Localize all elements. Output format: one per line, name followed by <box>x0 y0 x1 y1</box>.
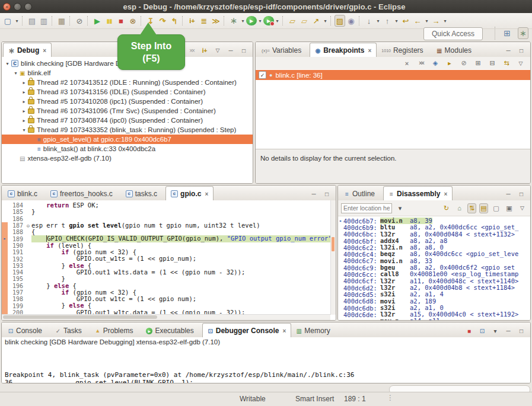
expander-icon[interactable]: ▸ <box>21 89 27 95</box>
code-line[interactable]: 186 <box>2 216 336 222</box>
close-tab-icon[interactable]: × <box>444 191 447 197</box>
link-with-debug-icon[interactable]: ⇆ <box>502 59 511 68</box>
maximize-view-icon[interactable]: □ <box>517 46 525 55</box>
trace-icon[interactable]: ≫ <box>210 15 222 27</box>
sync-with-pc-icon[interactable]: ⇅ <box>467 203 476 213</box>
expander-icon[interactable]: ▸ <box>21 80 27 85</box>
open-perspective-icon[interactable]: ⊞ <box>501 27 513 39</box>
code-line[interactable]: 195 } <box>2 276 336 282</box>
instruction-pointer-icon[interactable] <box>2 269 8 276</box>
minimize-view-icon[interactable]: ─ <box>504 190 512 198</box>
debug-tree-item[interactable]: ▾ Thread #9 1073433352 (blink_task : Run… <box>2 125 253 135</box>
expander-icon[interactable]: ▾ <box>21 127 27 133</box>
refresh-view-icon[interactable]: ↻ <box>441 203 451 213</box>
instruction-pointer-icon[interactable] <box>2 202 8 209</box>
code-text[interactable]: GPIO_CHECK(GPIO_IS_VALID_OUTPUT_GPIO(gpi… <box>31 235 336 242</box>
code-text[interactable]: } else { <box>31 263 336 269</box>
close-window-button[interactable]: × <box>3 3 11 11</box>
line-number[interactable]: 195 <box>8 276 25 282</box>
maximize-view-icon[interactable]: □ <box>323 190 331 198</box>
line-number[interactable]: 188 <box>8 229 25 235</box>
close-tab-icon[interactable]: × <box>368 47 372 54</box>
disassembly-row[interactable]: 400dc6cf: l32ra11, 0x400d048c <_stext+11… <box>338 278 530 284</box>
dropdown-arrow-icon[interactable]: ▾ <box>442 15 448 27</box>
annotation-dot-icon[interactable]: ◉ <box>345 15 357 27</box>
debug-perspective-icon[interactable]: ∗ <box>518 27 528 39</box>
open-folder-icon[interactable]: ▱ <box>286 15 298 27</box>
disassembly-row[interactable]: 400dc6bf: addx4a8, a2, a8 <box>338 238 530 244</box>
remove-all-breakpoints-icon[interactable]: ×× <box>416 59 426 68</box>
line-number[interactable]: 194 <box>8 269 25 276</box>
disassembly-row[interactable]: 400dc6de: l32ra15, 0x400d04c0 <_stext+11… <box>338 311 530 318</box>
disassembly-row[interactable]: mov.na14, a11 <box>338 318 530 320</box>
step-return-icon[interactable]: ↰ <box>168 15 180 27</box>
code-line[interactable]: 196 } else { <box>2 283 336 289</box>
console-output[interactable]: Breakpoint 4, blink_task (pvParameter=0x… <box>2 348 530 383</box>
expand-all-icon[interactable]: ⊞ <box>473 59 483 68</box>
skip-all-breakpoints-icon[interactable]: ⊘ <box>74 15 85 27</box>
expander-icon[interactable]: ▸ <box>21 99 27 104</box>
view-menu-icon[interactable]: ▽ <box>214 46 222 55</box>
dropdown-arrow-icon[interactable]: ▾ <box>423 15 430 27</box>
tab-breakpoints[interactable]: ◉ Breakpoints × <box>310 43 377 57</box>
tab-gpio-c[interactable]: c gpio.c × <box>165 186 214 201</box>
tab-debugger-console[interactable]: ⊡ Debugger Console × <box>202 323 292 338</box>
disassembly-row[interactable]: 400dc6d2: l32ra2, 0x400d04b8 <_stext+118… <box>338 284 530 291</box>
instruction-pointer-icon[interactable]: ▸ <box>2 235 8 242</box>
save-all-icon[interactable]: ▥ <box>38 15 50 27</box>
code-line[interactable]: 191 if (gpio_num < 32) { <box>2 249 336 255</box>
disassembly-row[interactable]: 400dc6db: s32ia2, a1, 0 <box>338 305 530 311</box>
quick-access-box[interactable]: Quick Access <box>423 27 483 40</box>
instruction-pointer-icon[interactable] <box>2 249 8 255</box>
code-text[interactable]: GPIO.out1_w1ts.data = (1 << (gpio_num - … <box>31 269 336 276</box>
suspend-icon[interactable]: ▮▮ <box>103 15 115 27</box>
code-text[interactable] <box>31 216 336 222</box>
code-line[interactable]: 194 GPIO.out1_w1ts.data = (1 << (gpio_nu… <box>2 269 336 276</box>
view-menu-icon[interactable]: ▽ <box>517 203 527 213</box>
code-editor[interactable]: 184 return ESP_OK; 185 } 186 187 ⊖ esp_e… <box>2 200 336 320</box>
disassembly-listing[interactable]: ▸ 400dc6b7: movi.na8, 39 400dc6b9: bltua… <box>338 216 530 320</box>
change-marker[interactable] <box>332 237 335 251</box>
instruction-pointer-icon[interactable] <box>2 255 8 262</box>
close-tab-icon[interactable]: × <box>43 47 46 54</box>
tab-variables[interactable]: (x)= Variables <box>257 44 310 57</box>
expander-icon[interactable]: ▸ <box>21 118 27 123</box>
tab-modules[interactable]: ▦ Modules <box>432 44 480 57</box>
code-text[interactable]: if (gpio_num < 32) { <box>31 249 336 255</box>
disassembly-row[interactable]: 400dc6c2: l32i.na8, a8, 0 <box>338 244 530 251</box>
close-tab-icon[interactable]: × <box>205 191 208 197</box>
code-line[interactable]: 187 ⊖ esp_err_t gpio_set_level(gpio_num_… <box>2 222 336 229</box>
location-input[interactable] <box>341 203 392 213</box>
step-over-icon[interactable]: ↷ <box>157 15 168 27</box>
code-text[interactable]: GPIO.out_w1ts = (1 << gpio_num); <box>31 255 336 262</box>
instruction-pointer-icon[interactable] <box>2 216 8 222</box>
disassembly-row[interactable]: 400dc6d5: s32ia2, a1, 4 <box>338 291 530 298</box>
line-number[interactable]: 185 <box>8 209 25 215</box>
debug-tree-item[interactable]: ▸ Thread #7 1073408744 (ipc0) (Suspended… <box>2 116 253 125</box>
mark-occurrences-icon[interactable]: ▨ <box>335 15 345 27</box>
scrollbar-thumb[interactable] <box>3 315 157 319</box>
tab-freertos-hooks-c[interactable]: c freertos_hooks.c <box>46 187 121 200</box>
collapse-all-icon[interactable]: ⊟ <box>488 59 497 68</box>
disassembly-row[interactable]: 400dc6bc: l32ra8, 0x400d0484 <_stext+113… <box>338 231 530 238</box>
instruction-pointer-icon[interactable] <box>2 289 8 296</box>
expander-icon[interactable]: ▾ <box>4 61 11 66</box>
line-number[interactable]: 187 <box>8 222 25 229</box>
display-console-icon[interactable]: ⊡ <box>478 327 486 335</box>
debug-tree-item[interactable]: ▸ Thread #3 1073413156 (IDLE) (Suspended… <box>2 87 253 97</box>
tab-memory[interactable]: ▥ Memory <box>291 324 338 337</box>
show-breakpoints-supported-icon[interactable]: ◈ <box>431 59 440 68</box>
tab-debug[interactable]: ∗ Debug × <box>3 43 52 57</box>
toolbar-separator[interactable] <box>282 16 285 25</box>
instruction-pointer-icon[interactable] <box>2 276 8 282</box>
save-icon[interactable]: ▤ <box>26 15 38 27</box>
pin-view-icon[interactable]: ▣ <box>504 203 514 213</box>
remove-breakpoint-icon[interactable]: × <box>402 59 412 68</box>
tab-executables[interactable]: ▶ Executables <box>141 324 202 337</box>
terminate-console-icon[interactable]: ■ <box>465 327 473 335</box>
code-text[interactable]: if (gpio_num < 32) { <box>31 289 336 296</box>
terminate-icon[interactable]: ■ <box>115 15 127 27</box>
new-wizard-icon[interactable]: ▢ <box>2 15 14 27</box>
maximize-view-icon[interactable]: □ <box>517 327 525 335</box>
next-annotation-icon[interactable]: ↓ <box>363 15 375 27</box>
